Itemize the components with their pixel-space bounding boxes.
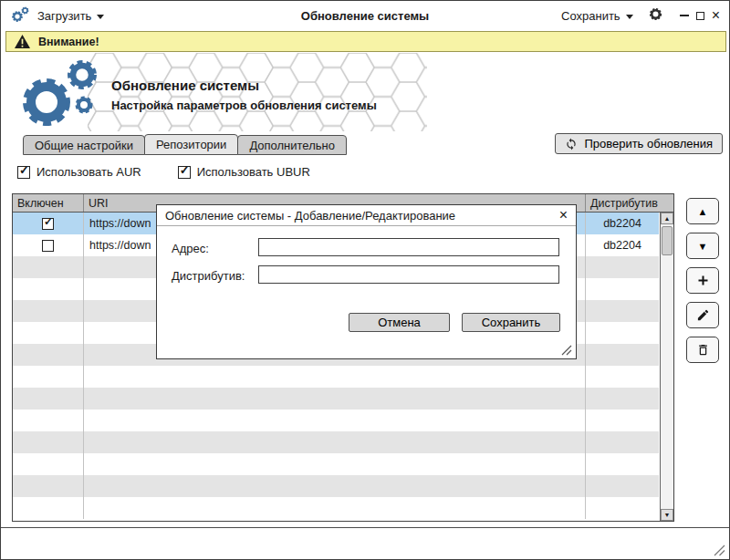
cell-uri (84, 475, 586, 497)
edit-row-button[interactable] (686, 302, 719, 328)
use-aur-option[interactable]: ✓ Использовать AUR (17, 165, 141, 179)
refresh-icon (565, 138, 578, 150)
pencil-icon (696, 308, 710, 322)
use-aur-checkbox[interactable]: ✓ (17, 166, 30, 179)
row-checkbox[interactable]: ✓ (42, 218, 54, 230)
move-down-button[interactable]: ▼ (686, 233, 719, 259)
caret-down-icon (97, 15, 104, 19)
cell-enabled (13, 278, 84, 300)
cell-enabled (13, 497, 84, 519)
tab-repositories[interactable]: Репозитории (144, 134, 238, 155)
check-icon: ✓ (180, 164, 190, 176)
tab-bar: Общие настройки Репозитории Дополнительн… (23, 134, 347, 155)
row-actions-toolbar: ▲ ▼ (686, 198, 719, 363)
address-input[interactable] (258, 238, 559, 256)
cell-enabled (13, 256, 84, 278)
load-menu-button[interactable]: Загрузить (37, 9, 104, 23)
cell-enabled (13, 366, 84, 388)
add-row-button[interactable] (686, 267, 719, 294)
cell-distro (586, 431, 659, 453)
cell-enabled (13, 431, 84, 453)
cell-enabled (13, 453, 84, 475)
table-scrollbar[interactable]: ▲ ▼ (660, 213, 673, 521)
table-row[interactable] (13, 431, 659, 453)
window-controls: × (680, 8, 720, 23)
cell-enabled (13, 475, 84, 497)
trash-icon (696, 343, 710, 357)
scrollbar-thumb[interactable] (662, 226, 673, 255)
edit-dialog: Обновление системы - Добавление/Редактир… (156, 204, 577, 359)
dialog-titlebar: Обновление системы - Добавление/Редактир… (157, 205, 576, 226)
check-icon: ✓ (44, 216, 53, 227)
table-row[interactable] (13, 410, 659, 431)
row-checkbox[interactable] (42, 240, 54, 252)
scroll-up-button[interactable]: ▲ (661, 213, 673, 224)
cell-distro (586, 366, 659, 388)
cell-distro (586, 256, 659, 278)
cell-uri (84, 366, 586, 388)
cell-enabled (13, 344, 84, 366)
hero-gears-icon (14, 57, 109, 134)
page-title: Обновление системы (111, 78, 259, 93)
table-row[interactable] (13, 388, 659, 410)
cell-distro: db2204 (586, 213, 659, 234)
table-row[interactable] (13, 497, 659, 519)
cell-distro (586, 475, 659, 497)
app-window: Загрузить Обновление системы Сохранить (0, 0, 730, 560)
column-header-enabled[interactable]: Включен (13, 194, 84, 212)
cell-enabled (13, 234, 84, 256)
save-menu-button[interactable]: Сохранить (561, 9, 633, 23)
cell-distro: db2204 (586, 234, 659, 256)
maximize-button[interactable] (696, 12, 704, 20)
cancel-button[interactable]: Отмена (349, 313, 450, 332)
table-row[interactable] (13, 475, 659, 497)
cell-uri (84, 497, 586, 519)
table-row[interactable] (13, 453, 659, 475)
load-menu-label: Загрузить (37, 9, 91, 23)
window-resize-grip[interactable] (714, 544, 725, 556)
warning-text: Внимание! (38, 36, 99, 48)
status-bar (1, 527, 729, 559)
use-aur-label: Использовать AUR (36, 165, 141, 179)
settings-gear-icon[interactable] (648, 6, 663, 25)
titlebar: Загрузить Обновление системы Сохранить (1, 1, 729, 30)
tab-advanced[interactable]: Дополнительно (237, 135, 347, 155)
cell-uri (84, 431, 586, 453)
arrow-down-icon: ▼ (698, 241, 708, 252)
cell-distro (586, 497, 659, 519)
cell-enabled (13, 410, 84, 431)
column-header-distro[interactable]: Дистрибутив (586, 194, 673, 212)
address-label: Адрес: (172, 242, 209, 255)
distro-input[interactable] (258, 265, 559, 284)
dialog-title: Обновление системы - Добавление/Редактир… (165, 209, 455, 223)
cell-distro (586, 410, 659, 431)
dialog-resize-grip[interactable] (561, 345, 572, 356)
warning-icon (14, 34, 31, 49)
cell-uri (84, 453, 586, 475)
check-updates-button[interactable]: Проверить обновления (555, 133, 723, 154)
use-ubur-checkbox[interactable]: ✓ (178, 166, 191, 179)
cell-distro (586, 453, 659, 475)
move-up-button[interactable]: ▲ (686, 198, 719, 224)
close-button[interactable]: × (712, 8, 720, 23)
delete-row-button[interactable] (686, 337, 719, 363)
use-ubur-option[interactable]: ✓ Использовать UBUR (178, 165, 310, 179)
cell-enabled (13, 322, 84, 344)
table-row[interactable] (13, 366, 659, 388)
plus-icon (696, 274, 710, 287)
cell-distro (586, 300, 659, 322)
check-icon: ✓ (19, 164, 29, 176)
scroll-down-button[interactable]: ▼ (661, 509, 673, 521)
app-gears-icon (10, 5, 30, 26)
cell-enabled: ✓ (13, 213, 84, 234)
check-updates-label: Проверить обновления (584, 137, 713, 150)
cell-enabled (13, 300, 84, 322)
dialog-close-button[interactable]: × (559, 208, 568, 223)
options-row: ✓ Использовать AUR ✓ Использовать UBUR (17, 165, 310, 179)
tab-general-settings[interactable]: Общие настройки (23, 135, 145, 155)
minimize-button[interactable] (680, 15, 689, 16)
use-ubur-label: Использовать UBUR (197, 165, 310, 179)
cell-distro (586, 278, 659, 300)
warning-banner: Внимание! (5, 31, 726, 52)
save-button[interactable]: Сохранить (462, 313, 560, 332)
